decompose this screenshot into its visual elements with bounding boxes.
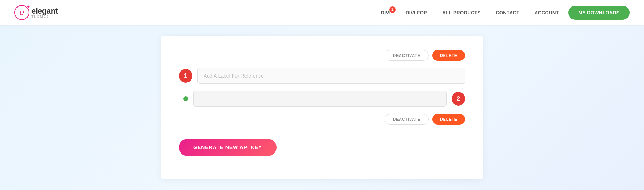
- step-badge-1: 1: [179, 69, 192, 83]
- bottom-deactivate-button[interactable]: DEACTIVATE: [385, 114, 429, 125]
- api-key-card: DEACTIVATE DELETE 1 2 DEACTIVATE DELETE …: [161, 36, 483, 179]
- nav-divi[interactable]: DIVI 1: [375, 7, 396, 18]
- nav-divi-for[interactable]: DIVI FOR: [400, 7, 433, 18]
- nav-all-products[interactable]: ALL PRODUCTS: [436, 7, 487, 18]
- bottom-action-row: DEACTIVATE DELETE: [179, 114, 465, 125]
- top-delete-button[interactable]: DELETE: [432, 50, 465, 61]
- site-header: e ✦ elegant themes DIVI 1 DIVI FOR ALL P…: [0, 0, 644, 25]
- logo-icon: e ✦: [14, 5, 29, 20]
- bottom-delete-button[interactable]: DELETE: [432, 114, 465, 125]
- logo-themes-text: themes: [31, 15, 49, 18]
- divi-badge: 1: [389, 6, 396, 13]
- status-dot: [183, 96, 188, 101]
- top-deactivate-button[interactable]: DEACTIVATE: [385, 50, 429, 61]
- nav-account[interactable]: ACCOUNT: [529, 7, 565, 18]
- generate-api-key-button[interactable]: GENERATE NEW API KEY: [179, 139, 277, 156]
- generate-button-wrapper: GENERATE NEW API KEY: [179, 139, 465, 156]
- page-content: DEACTIVATE DELETE 1 2 DEACTIVATE DELETE …: [0, 25, 644, 190]
- main-nav: DIVI 1 DIVI FOR ALL PRODUCTS CONTACT ACC…: [375, 6, 630, 20]
- nav-contact[interactable]: CONTACT: [490, 7, 525, 18]
- label-input[interactable]: [197, 68, 465, 84]
- key-row-1: 1: [179, 68, 465, 84]
- my-downloads-button[interactable]: MY DOWNLOADS: [568, 6, 630, 20]
- logo-elegant-text: elegant: [31, 7, 58, 15]
- api-key-input[interactable]: [193, 91, 447, 107]
- top-action-row: DEACTIVATE DELETE: [179, 50, 465, 61]
- key-row-2: 2: [179, 91, 465, 107]
- step-badge-2: 2: [452, 92, 465, 106]
- logo[interactable]: e ✦ elegant themes: [14, 5, 58, 20]
